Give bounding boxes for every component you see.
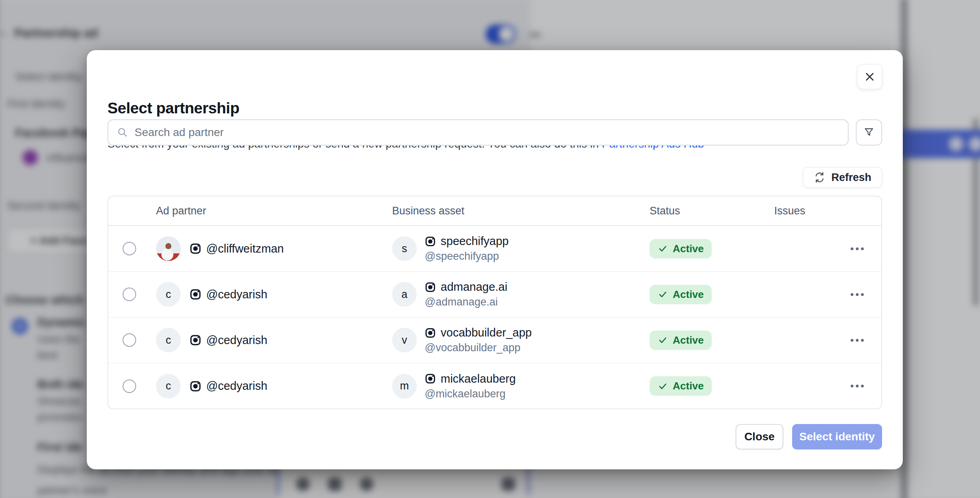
instagram-icon — [189, 288, 201, 300]
search-container — [107, 119, 849, 146]
partner-handle: @cedyarish — [206, 334, 267, 347]
instagram-icon — [189, 380, 201, 392]
instagram-icon — [425, 327, 436, 338]
asset-handle: @mickaelauberg — [425, 388, 516, 400]
asset-avatar: v — [392, 328, 417, 352]
table-row[interactable]: c @cedyarish a — [108, 272, 881, 317]
select-partnership-modal: Select partnership Select from your exis… — [87, 50, 903, 469]
asset-name: speechifyapp — [441, 235, 509, 248]
partner-avatar-letter: c — [156, 282, 181, 307]
partner-handle: @cliffweitzman — [206, 242, 284, 255]
close-icon — [864, 71, 875, 82]
partner-avatar-letter: c — [156, 328, 181, 352]
asset-handle: @vocabbuilder_app — [425, 342, 532, 354]
refresh-icon — [814, 171, 826, 183]
filter-button[interactable] — [856, 119, 882, 146]
filter-icon — [863, 127, 875, 138]
search-icon — [117, 127, 128, 138]
partner-avatar-letter: c — [156, 374, 181, 399]
status-badge: Active — [650, 285, 712, 304]
asset-name: mickaelauberg — [441, 372, 516, 385]
asset-avatar: s — [392, 236, 417, 261]
select-identity-button[interactable]: Select identity — [792, 424, 882, 449]
instagram-icon — [425, 373, 436, 384]
row-menu-button[interactable] — [851, 339, 881, 342]
status-badge: Active — [650, 376, 712, 396]
asset-avatar: a — [392, 282, 417, 307]
asset-handle: @speechifyapp — [425, 250, 509, 263]
status-badge: Active — [650, 331, 712, 350]
table-row[interactable]: @cliffweitzman s speechifyapp @speechify… — [108, 226, 881, 272]
table-header-row: Ad partner Business asset Status Issues — [108, 196, 881, 226]
partner-handle: @cedyarish — [206, 379, 267, 393]
instagram-icon — [189, 334, 201, 346]
instagram-icon — [425, 282, 436, 293]
refresh-button[interactable]: Refresh — [803, 167, 882, 188]
asset-name: vocabbuilder_app — [441, 326, 532, 339]
header-ad-partner: Ad partner — [156, 205, 392, 217]
close-modal-button[interactable] — [857, 64, 882, 89]
check-icon — [658, 243, 668, 254]
asset-name: admanage.ai — [441, 280, 508, 294]
row-radio[interactable] — [123, 379, 136, 393]
partnerships-table: Ad partner Business asset Status Issues … — [107, 196, 882, 409]
row-menu-button[interactable] — [851, 385, 881, 387]
instagram-icon — [425, 236, 436, 247]
row-menu-button[interactable] — [851, 293, 881, 296]
search-input[interactable] — [135, 126, 839, 139]
check-icon — [658, 335, 668, 345]
modal-title: Select partnership — [107, 99, 239, 117]
header-status: Status — [650, 205, 774, 217]
refresh-label: Refresh — [831, 171, 871, 184]
check-icon — [658, 381, 668, 391]
row-radio[interactable] — [123, 288, 136, 301]
status-badge: Active — [650, 239, 712, 259]
row-radio[interactable] — [123, 333, 136, 347]
table-row[interactable]: c @cedyarish v — [108, 317, 881, 363]
close-button[interactable]: Close — [736, 424, 783, 449]
check-icon — [658, 289, 668, 300]
asset-avatar: m — [392, 374, 417, 399]
row-radio[interactable] — [123, 242, 136, 255]
table-row[interactable]: c @cedyarish m — [108, 363, 881, 409]
row-menu-button[interactable] — [851, 247, 881, 250]
partner-avatar-photo — [156, 236, 181, 261]
instagram-icon — [189, 243, 201, 255]
header-business-asset: Business asset — [392, 205, 650, 217]
header-issues: Issues — [774, 205, 881, 217]
partner-handle: @cedyarish — [206, 288, 267, 301]
asset-handle: @admanage.ai — [425, 296, 508, 308]
